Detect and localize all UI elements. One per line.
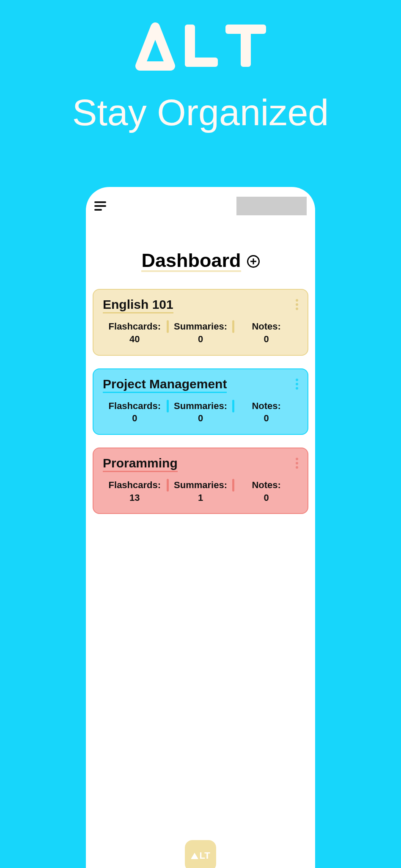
- page-title-row: Dashboard: [86, 250, 315, 272]
- phone-frame: Dashboard English 101 Flashcards: 40 Sum…: [86, 187, 315, 868]
- stat-summaries: Summaries: 0: [169, 320, 233, 345]
- subject-card[interactable]: English 101 Flashcards: 40 Summaries: 0 …: [93, 289, 308, 355]
- stat-flashcards: Flashcards: 0: [103, 400, 167, 425]
- bottom-nav: LT: [86, 843, 315, 868]
- card-stats: Flashcards: 13 Summaries: 1 Notes: 0: [103, 479, 298, 504]
- subject-card[interactable]: Proramming Flashcards: 13 Summaries: 1 N…: [93, 448, 308, 514]
- svg-rect-1: [185, 58, 218, 67]
- app-bar: [86, 187, 315, 225]
- card-list: English 101 Flashcards: 40 Summaries: 0 …: [86, 289, 315, 514]
- more-icon[interactable]: [296, 379, 298, 390]
- app-logo: [135, 21, 266, 72]
- stat-flashcards: Flashcards: 13: [103, 479, 167, 504]
- stat-notes: Notes: 0: [234, 479, 298, 504]
- page-title: Dashboard: [141, 250, 241, 272]
- svg-rect-3: [241, 25, 251, 67]
- more-icon[interactable]: [296, 299, 298, 310]
- nav-home-button[interactable]: LT: [185, 840, 216, 868]
- header-placeholder: [236, 197, 307, 215]
- more-icon[interactable]: [296, 458, 298, 469]
- card-title: Project Management: [103, 377, 227, 393]
- stat-notes: Notes: 0: [234, 320, 298, 345]
- card-title: English 101: [103, 297, 173, 313]
- tagline: Stay Organized: [0, 91, 401, 134]
- nav-logo-icon: LT: [191, 850, 210, 861]
- subject-card[interactable]: Project Management Flashcards: 0 Summari…: [93, 368, 308, 435]
- card-title: Proramming: [103, 456, 178, 472]
- stat-summaries: Summaries: 0: [169, 400, 233, 425]
- stat-flashcards: Flashcards: 40: [103, 320, 167, 345]
- menu-icon[interactable]: [94, 201, 106, 211]
- add-button[interactable]: [247, 255, 260, 268]
- card-stats: Flashcards: 0 Summaries: 0 Notes: 0: [103, 400, 298, 425]
- card-stats: Flashcards: 40 Summaries: 0 Notes: 0: [103, 320, 298, 345]
- stat-summaries: Summaries: 1: [169, 479, 233, 504]
- stat-notes: Notes: 0: [234, 400, 298, 425]
